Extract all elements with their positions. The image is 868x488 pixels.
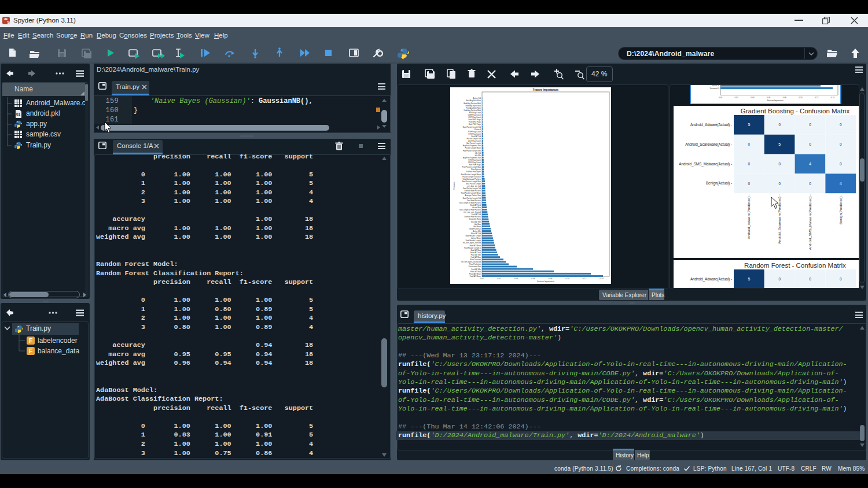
svg-text:5: 5 (778, 142, 781, 146)
svg-text:0: 0 (840, 162, 842, 166)
svg-text:F: F (29, 348, 32, 354)
svg-text:0: 0 (809, 182, 811, 186)
svg-text:Feature Importances: Feature Importances (533, 88, 559, 91)
svg-text:0.00: 0.00 (719, 97, 722, 99)
svg-text:Android_Scareware(Actual) -: Android_Scareware(Actual) - (685, 142, 732, 147)
svg-text:0.10: 0.10 (565, 278, 569, 280)
svg-text:01: 01 (16, 112, 21, 116)
svg-text:Android_Adware(Predicted) -: Android_Adware(Predicted) - (747, 194, 751, 239)
svg-text:Random Forest - Confusion Matr: Random Forest - Confusion Matrix (744, 262, 846, 269)
svg-text:0: 0 (748, 162, 751, 166)
svg-text:0: 0 (840, 123, 842, 127)
svg-text:0.02: 0.02 (497, 278, 501, 280)
svg-text:0.08: 0.08 (783, 97, 786, 99)
svg-text:0.04: 0.04 (514, 278, 518, 280)
svg-text:0.10: 0.10 (799, 97, 802, 99)
svg-text:Android_SMS_Malware(Predicted): Android_SMS_Malware(Predicted) - (808, 194, 812, 250)
svg-text:Features: Features (453, 182, 455, 190)
svg-text:S: S (8, 20, 10, 24)
svg-text:0.14: 0.14 (831, 97, 834, 99)
svg-text:Android_Adware(Actual) -: Android_Adware(Actual) - (690, 277, 732, 282)
svg-text:0: 0 (809, 277, 811, 281)
svg-text:0: 0 (778, 162, 781, 166)
svg-text:5: 5 (748, 277, 750, 281)
svg-text:Feature Importance: Feature Importance (537, 280, 554, 283)
svg-text:0: 0 (809, 142, 811, 146)
svg-text:0: 0 (748, 142, 751, 146)
svg-text:0: 0 (748, 182, 751, 186)
svg-text:0.08: 0.08 (549, 278, 553, 280)
svg-text:Source IP: Source IP (712, 85, 719, 87)
svg-text:Benign(Actual) -: Benign(Actual) - (706, 181, 732, 186)
svg-text:Feature Importance: Feature Importance (767, 99, 784, 102)
svg-text:F: F (29, 338, 32, 344)
svg-text:4: 4 (809, 162, 811, 166)
svg-text:0.12: 0.12 (583, 278, 587, 280)
svg-text:0: 0 (778, 277, 781, 281)
svg-text:Android_Adware(Actual) -: Android_Adware(Actual) - (690, 123, 732, 127)
svg-text:Unnamed: 0: Unnamed: 0 (710, 87, 720, 90)
svg-text:0: 0 (809, 123, 811, 127)
svg-text:0: 0 (778, 123, 781, 127)
svg-text:0: 0 (840, 277, 842, 281)
svg-text:Android_SMS_Malware(Actual) -: Android_SMS_Malware(Actual) - (679, 162, 732, 167)
svg-text:Benign(Predicted) -: Benign(Predicted) - (839, 194, 843, 224)
svg-text:0.06: 0.06 (531, 278, 535, 280)
svg-text:0.06: 0.06 (767, 97, 770, 99)
svg-text:0: 0 (840, 142, 842, 146)
svg-text:0.14: 0.14 (599, 278, 604, 280)
svg-text:4: 4 (840, 182, 842, 186)
svg-text:0: 0 (778, 182, 781, 186)
svg-text:Fwd IAT Mean: Fwd IAT Mean (470, 275, 481, 278)
svg-text:5: 5 (748, 123, 750, 127)
svg-text:0.04: 0.04 (751, 97, 754, 99)
svg-text:0.12: 0.12 (815, 97, 818, 99)
svg-text:0.00: 0.00 (480, 278, 484, 280)
svg-text:0.02: 0.02 (735, 97, 738, 99)
svg-text:Gradient Boosting - Confusion: Gradient Boosting - Confusion Matrix (741, 108, 850, 114)
